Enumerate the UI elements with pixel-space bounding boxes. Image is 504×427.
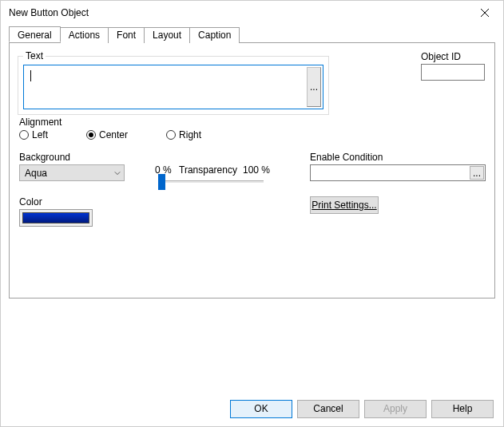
close-button[interactable] <box>473 1 497 25</box>
chevron-down-icon <box>114 170 121 176</box>
apply-button: Apply <box>364 400 427 418</box>
background-selected-value: Aqua <box>25 168 47 179</box>
background-select[interactable]: Aqua <box>19 164 125 181</box>
tab-layout[interactable]: Layout <box>144 27 190 43</box>
object-id-label: Object ID <box>421 51 485 62</box>
enable-condition-frame: ... <box>310 164 486 181</box>
tab-bar: General Actions Font Layout Caption <box>9 26 495 43</box>
transparency-max-label: 100 % <box>243 164 270 176</box>
ellipsis-icon: ... <box>473 168 481 179</box>
alignment-center-radio[interactable]: Center <box>86 129 128 140</box>
text-input-frame: ... <box>23 65 323 109</box>
object-id-group: Object ID <box>421 51 485 81</box>
object-id-input[interactable] <box>421 64 485 81</box>
text-group: Text ... <box>18 56 329 115</box>
enable-condition-browse-button[interactable]: ... <box>470 166 484 180</box>
tab-caption[interactable]: Caption <box>189 27 240 43</box>
window-title: New Button Object <box>9 7 89 18</box>
help-button[interactable]: Help <box>431 400 494 418</box>
transparency-slider-thumb[interactable] <box>158 174 165 190</box>
tab-actions[interactable]: Actions <box>60 27 109 43</box>
alignment-radios: Left Center Right <box>19 129 201 140</box>
transparency-label: Transparency <box>179 164 237 176</box>
print-settings-button[interactable]: Print Settings... <box>310 196 379 214</box>
color-label: Color <box>19 196 42 208</box>
color-button[interactable] <box>19 209 93 227</box>
transparency-slider-track[interactable] <box>160 180 264 183</box>
tab-font[interactable]: Font <box>108 27 145 43</box>
text-caret <box>30 70 31 81</box>
dialog-footer: OK Cancel Apply Help <box>230 400 494 418</box>
alignment-label: Alignment <box>19 117 62 128</box>
cancel-button[interactable]: Cancel <box>297 400 359 418</box>
print-settings-label: Print Settings... <box>312 200 376 211</box>
tab-general[interactable]: General <box>9 26 61 42</box>
dialog-window: New Button Object General Actions Font L… <box>0 0 504 427</box>
text-input[interactable] <box>24 65 305 109</box>
tab-panel-general: Text ... Object ID Alignment Left <box>9 43 495 299</box>
alignment-left-radio[interactable]: Left <box>19 129 48 140</box>
text-group-label: Text <box>23 50 46 61</box>
radio-icon <box>86 130 96 140</box>
color-swatch <box>22 212 89 223</box>
alignment-right-radio[interactable]: Right <box>166 129 201 140</box>
ellipsis-icon: ... <box>310 81 318 93</box>
background-label: Background <box>19 152 70 163</box>
enable-condition-input[interactable] <box>311 165 469 180</box>
alignment-center-label: Center <box>99 129 128 140</box>
titlebar: New Button Object <box>1 1 503 25</box>
close-icon <box>481 9 489 17</box>
text-browse-button[interactable]: ... <box>307 67 321 107</box>
ok-button[interactable]: OK <box>230 400 292 418</box>
radio-icon <box>19 130 29 140</box>
alignment-right-label: Right <box>179 129 201 140</box>
alignment-left-label: Left <box>32 129 48 140</box>
radio-icon <box>166 130 176 140</box>
enable-condition-label: Enable Condition <box>310 152 383 163</box>
